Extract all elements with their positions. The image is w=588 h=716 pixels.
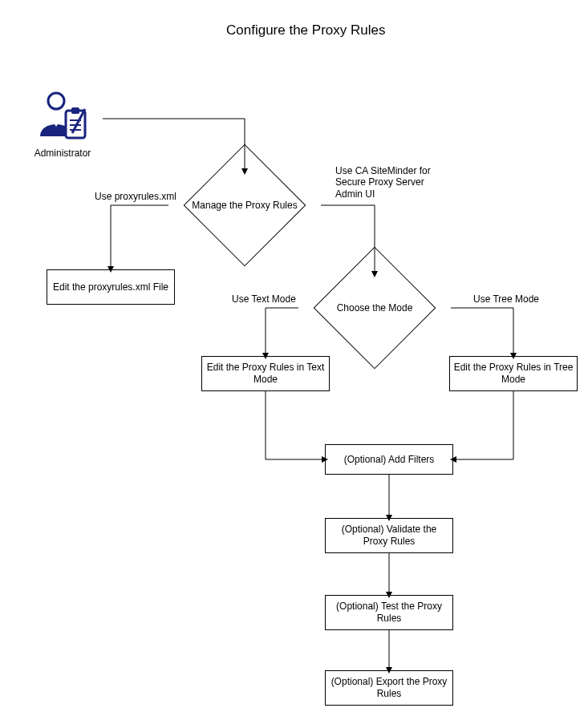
edge-label-use-admin-ui: Use CA SiteMinder for Secure Proxy Serve… — [335, 165, 440, 200]
decision-label: Manage the Proxy Rules — [165, 172, 324, 239]
box-validate-proxy-rules: (Optional) Validate the Proxy Rules — [325, 518, 453, 553]
box-export-proxy-rules: (Optional) Export the Proxy Rules — [325, 670, 453, 706]
decision-manage-proxy-rules: Manage the Proxy Rules — [165, 172, 324, 239]
svg-rect-2 — [71, 107, 79, 114]
box-add-filters: (Optional) Add Filters — [325, 444, 453, 475]
box-test-proxy-rules: (Optional) Test the Proxy Rules — [325, 595, 453, 630]
edge-label-use-tree-mode: Use Tree Mode — [473, 293, 539, 305]
flowchart-canvas: { "title": "Configure the Proxy Rules", … — [0, 0, 588, 716]
edge-label-use-text-mode: Use Text Mode — [232, 293, 296, 305]
page-title: Configure the Proxy Rules — [226, 22, 385, 38]
edge-label-use-proxyrules-xml: Use proxyrules.xml — [95, 191, 176, 202]
box-edit-proxyrules-xml: Edit the proxyrules.xml File — [47, 269, 175, 305]
actor-administrator: Administrator — [24, 90, 101, 159]
box-edit-tree-mode: Edit the Proxy Rules in Tree Mode — [449, 356, 578, 391]
box-edit-text-mode: Edit the Proxy Rules in Text Mode — [201, 356, 330, 391]
administrator-icon — [34, 90, 91, 148]
decision-label: Choose the Mode — [295, 274, 454, 342]
actor-label: Administrator — [24, 148, 101, 159]
svg-point-0 — [48, 93, 64, 109]
decision-choose-mode: Choose the Mode — [295, 274, 454, 342]
